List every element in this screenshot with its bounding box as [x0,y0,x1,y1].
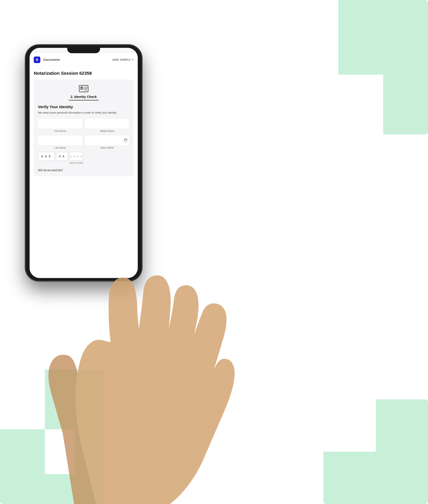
ssn-group-3: – – – – Last 4 of SSN [69,152,83,164]
svg-point-13 [81,87,82,88]
ssn-segment-2[interactable]: X X [56,152,68,161]
step-underline [69,100,99,101]
dob-input[interactable] [85,135,129,146]
ssn-label: Last 4 of SSN [69,161,83,164]
svg-rect-1 [279,0,338,75]
nav-bar: B Documents JANE SAMPLE [30,53,138,66]
ssn-group-2: X X [56,152,68,161]
nav-username: JANE SAMPLE [112,58,131,61]
why-link[interactable]: Why do we need this? [38,168,63,172]
last-dob-row: Last Name [38,135,129,149]
phone-frame: B Documents JANE SAMPLE Notarization Ses… [25,45,142,281]
first-name-group: First Name [38,118,82,132]
identity-check-icon [78,84,89,93]
phone-screen: B Documents JANE SAMPLE Notarization Ses… [30,48,138,278]
step-header: 2. Identity Check [38,84,129,101]
last-name-input[interactable] [38,135,82,146]
middle-name-label: Middle Name [85,130,129,132]
page-title: Notarization Session 62358 [34,71,133,76]
phone-mockup: B Documents JANE SAMPLE Notarization Ses… [8,30,164,463]
ssn-group-1: X X X [38,152,54,161]
phone-notch [67,48,100,53]
chevron-down-icon [132,59,133,60]
app-logo: B [34,57,40,63]
ssn-row: X X X X X – – – – Last 4 of SSN [38,152,129,164]
first-name-input[interactable] [38,118,82,129]
middle-name-group: Middle Name [85,118,129,132]
svg-rect-7 [323,399,376,452]
name-row: First Name Middle Name [38,118,129,132]
nav-documents-link[interactable]: Documents [43,58,60,62]
step-title: 2. Identity Check [71,95,97,99]
identity-check-card: 2. Identity Check Verify Your Identity W… [34,79,133,176]
last-name-group: Last Name [38,135,82,149]
last-name-label: Last Name [38,146,82,149]
section-description: We need some personal information in ord… [38,111,129,115]
section-heading: Verify Your Identity [38,105,129,109]
bg-deco-bottom-right [308,384,428,504]
first-name-label: First Name [38,130,82,132]
svg-rect-2 [323,75,383,134]
ssn-segment-3[interactable]: – – – – [69,152,83,161]
app-content: B Documents JANE SAMPLE Notarization Ses… [30,53,138,278]
page-content: Notarization Session 62358 [30,66,138,181]
dob-group: Date of Birth [85,135,129,149]
nav-user-menu[interactable]: JANE SAMPLE [112,58,133,61]
dob-label: Date of Birth [85,146,129,149]
bg-deco-top-right [279,0,428,239]
middle-name-input[interactable] [85,118,129,129]
ssn-segment-1[interactable]: X X X [38,152,54,161]
